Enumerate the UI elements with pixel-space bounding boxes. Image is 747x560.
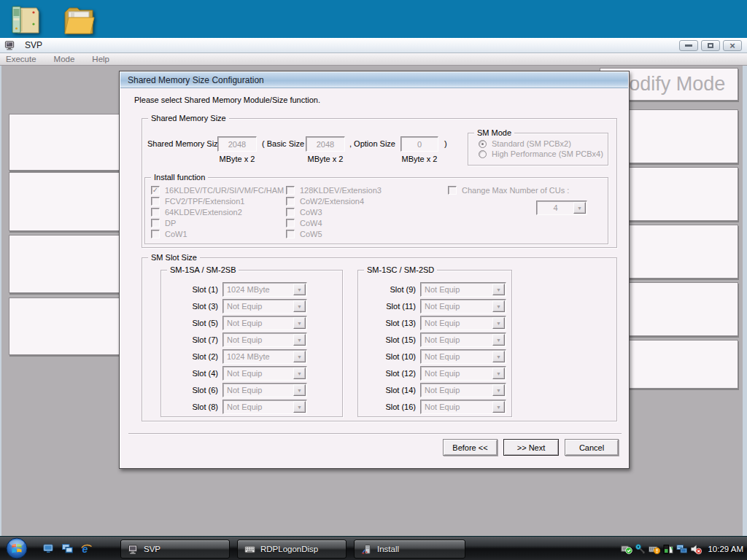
- option-size-label: , Option Size: [349, 139, 395, 148]
- slot-value: Not Equip: [425, 367, 460, 380]
- taskbar-button-install[interactable]: Install: [354, 540, 465, 559]
- taskbar-button-svp[interactable]: SVP: [120, 540, 230, 559]
- install-option: FCV2/TPF/Extension1: [151, 197, 284, 206]
- slot-row: Slot (13)Not Equip▼: [358, 316, 511, 330]
- radio-button[interactable]: [479, 140, 487, 148]
- dropdown-arrow-icon[interactable]: ▼: [293, 300, 306, 312]
- network-icon[interactable]: [676, 543, 688, 555]
- window-border-left: [0, 66, 1, 536]
- dropdown-arrow-icon[interactable]: ▼: [492, 317, 505, 329]
- dropdown-arrow-icon[interactable]: ▼: [492, 334, 505, 346]
- paren-close-label: ): [444, 139, 447, 148]
- checkbox-label: FCV2/TPF/Extension1: [165, 197, 244, 206]
- slot-label: Slot (9): [358, 282, 416, 297]
- slot-select[interactable]: Not Equip▼: [420, 400, 506, 414]
- taskbar-button-label: RDPLogonDisp: [260, 545, 318, 553]
- dropdown-arrow-icon[interactable]: ▼: [492, 384, 505, 396]
- volume-muted-icon[interactable]: [690, 543, 702, 555]
- option-size-input[interactable]: 0: [400, 136, 438, 152]
- dropdown-arrow-icon[interactable]: ▼: [492, 300, 505, 312]
- checkbox[interactable]: [151, 219, 160, 228]
- taskbar-button-rdplogondisp[interactable]: RDPLogonDisp: [237, 540, 347, 559]
- slot-select[interactable]: Not Equip▼: [420, 332, 506, 347]
- dropdown-arrow-icon[interactable]: ▼: [492, 368, 505, 379]
- slot-select[interactable]: Not Equip▼: [222, 316, 307, 330]
- checkbox[interactable]: [448, 186, 457, 195]
- checkbox[interactable]: [151, 230, 160, 238]
- basic-size-input[interactable]: 2048: [306, 136, 345, 152]
- radio-button[interactable]: [479, 150, 487, 158]
- slot-select[interactable]: Not Equip▼: [222, 400, 307, 414]
- restore-button[interactable]: [701, 40, 720, 51]
- slot-select[interactable]: Not Equip▼: [222, 299, 307, 314]
- dropdown-arrow-icon[interactable]: ▼: [293, 351, 306, 362]
- dropdown-arrow-icon[interactable]: ▼: [293, 317, 306, 329]
- slot-select[interactable]: 1024 MByte▼: [222, 282, 307, 297]
- close-button[interactable]: ×: [723, 40, 742, 51]
- menu-help[interactable]: Help: [92, 55, 109, 63]
- checkbox[interactable]: [286, 219, 295, 228]
- group-label: SM Mode: [474, 128, 514, 137]
- group-label: SM Slot Size: [148, 253, 200, 262]
- next-button[interactable]: >> Next: [503, 439, 559, 456]
- dropdown-arrow-icon[interactable]: ▼: [293, 284, 306, 295]
- slot-select[interactable]: Not Equip▼: [420, 282, 506, 297]
- dropdown-arrow-icon[interactable]: ▼: [492, 351, 505, 362]
- slot-select[interactable]: Not Equip▼: [420, 316, 506, 330]
- slot-select[interactable]: Not Equip▼: [420, 349, 506, 364]
- sm-1sc-2sd-group: SM-1SC / SM-2SD Slot (9)Not Equip▼Slot (…: [357, 270, 512, 417]
- start-button[interactable]: [6, 537, 28, 559]
- checkbox[interactable]: [151, 197, 160, 206]
- internet-explorer-icon[interactable]: e: [80, 542, 93, 555]
- keyboard-warning-icon[interactable]: [649, 543, 660, 555]
- computer-icon: [4, 40, 15, 51]
- checkbox[interactable]: [286, 230, 295, 238]
- dropdown-arrow-icon[interactable]: ▼: [492, 284, 505, 295]
- slot-select[interactable]: Not Equip▼: [420, 299, 506, 314]
- battery-meter-icon[interactable]: [662, 543, 674, 555]
- slot-value: Not Equip: [425, 400, 460, 413]
- safely-remove-hardware-icon[interactable]: [621, 543, 632, 555]
- checkbox[interactable]: [286, 186, 295, 195]
- desktop-icon-files-folder[interactable]: [61, 3, 96, 38]
- checkbox-label: CoW5: [300, 230, 322, 238]
- checkbox[interactable]: [286, 197, 295, 206]
- before-button[interactable]: Before <<: [443, 439, 498, 456]
- dropdown-arrow-icon[interactable]: ▼: [293, 384, 306, 396]
- checkbox-label: 16KLDEV/TC/UR/SI/VM/FC/HAM: [165, 186, 284, 195]
- shared-memory-size-input[interactable]: 2048: [217, 136, 257, 152]
- dropdown-arrow-icon[interactable]: ▼: [573, 202, 586, 214]
- dropdown-arrow-icon[interactable]: ▼: [492, 401, 505, 413]
- button-separator: [128, 433, 622, 435]
- slot-select[interactable]: Not Equip▼: [420, 366, 506, 381]
- dialog-titlebar[interactable]: Shared Memory Size Configuration: [120, 72, 628, 88]
- slot-label: Slot (8): [161, 400, 218, 414]
- checkbox[interactable]: [286, 208, 295, 217]
- sm-slot-size-group: SM Slot Size SM-1SA / SM-2SB Slot (1)102…: [142, 257, 617, 421]
- dropdown-arrow-icon[interactable]: ▼: [293, 368, 306, 379]
- slot-select[interactable]: Not Equip▼: [420, 383, 506, 397]
- checkbox[interactable]: ✓: [151, 186, 160, 195]
- slot-select[interactable]: Not Equip▼: [222, 366, 307, 381]
- slot-select[interactable]: Not Equip▼: [222, 332, 307, 347]
- slot-value: Not Equip: [425, 300, 460, 313]
- shared-memory-size-label: Shared Memory Size: [147, 139, 222, 148]
- checkbox[interactable]: [151, 208, 160, 217]
- slot-select[interactable]: 1024 MByte▼: [222, 349, 307, 364]
- menu-execute[interactable]: Execute: [6, 55, 36, 63]
- slot-select[interactable]: Not Equip▼: [222, 383, 307, 397]
- dropdown-arrow-icon[interactable]: ▼: [293, 334, 306, 346]
- change-max-cus-option: Change Max Number of CUs :: [448, 186, 569, 195]
- minimize-button[interactable]: [679, 40, 698, 51]
- desktop-icon-documents-folder[interactable]: [7, 2, 42, 37]
- dropdown-arrow-icon[interactable]: ▼: [293, 401, 306, 413]
- menu-mode[interactable]: Mode: [54, 55, 75, 63]
- cancel-button[interactable]: Cancel: [565, 439, 619, 456]
- key-icon[interactable]: [635, 543, 646, 555]
- show-desktop-icon[interactable]: [42, 542, 55, 555]
- window-title: SVP: [25, 40, 42, 50]
- slot-label: Slot (10): [358, 349, 416, 364]
- taskbar-clock[interactable]: 10:29 AM: [708, 545, 743, 553]
- switch-windows-icon[interactable]: [61, 542, 74, 555]
- max-cus-select[interactable]: 4 ▼: [536, 201, 587, 215]
